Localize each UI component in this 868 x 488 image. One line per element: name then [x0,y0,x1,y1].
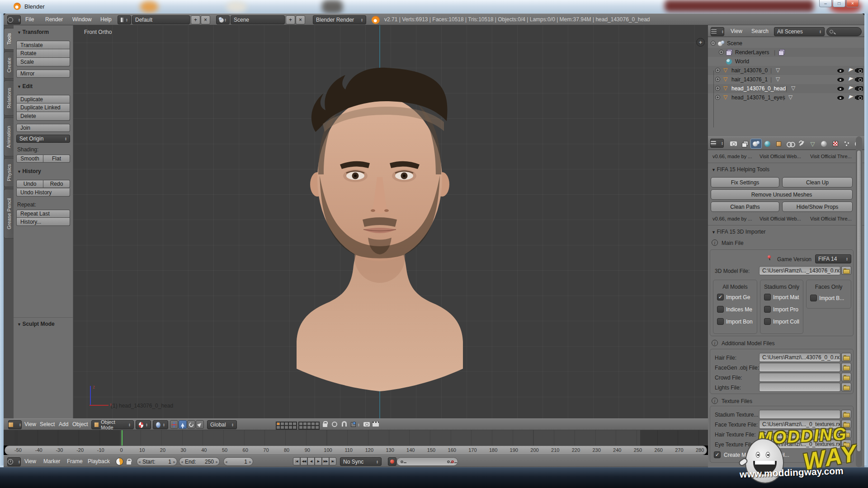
tab-data[interactable]: ▽ [807,139,818,149]
eye-texture-field[interactable]: C:\Users\Ramzi\..._0_textures.rx3 [759,440,840,449]
layer-cell[interactable] [288,422,292,426]
import-pro-checkbox[interactable] [764,306,771,313]
pivot-dropdown[interactable] [153,420,168,429]
stadium-texture-field[interactable] [759,410,840,419]
addon-version-link[interactable]: v0.66, made by ... [712,216,752,221]
tab-animation[interactable]: Animation [4,117,14,156]
translate-button[interactable]: Translate [16,41,70,49]
minimize-button[interactable]: – [819,0,832,7]
visibility-eye-icon[interactable] [837,96,844,100]
tl-menu-view[interactable]: View [24,458,36,465]
hide-show-props-button[interactable]: Hide/Show Props [782,202,853,212]
layer-cell[interactable] [307,426,311,429]
repeat-last-button[interactable]: Repeat Last [16,210,70,218]
insert-key-icon[interactable] [447,460,450,463]
import-mat-checkbox[interactable] [764,294,771,300]
layer-cell[interactable] [288,426,292,429]
selectability-cursor-icon[interactable]: ◤ [848,76,854,83]
tab-relations[interactable]: Relations [4,80,14,116]
visibility-eye-icon[interactable] [837,78,844,82]
import-b-checkbox[interactable] [810,295,817,301]
outliner-item-label[interactable]: hair_143076_0 [731,67,768,74]
viewport-3d[interactable]: Front Ortho + z x (1) head_143076_0_head [73,25,708,418]
duplicate-linked-button[interactable]: Duplicate Linked [16,103,70,112]
layer-cell[interactable] [299,426,303,429]
outliner-editor-selector[interactable] [711,27,724,36]
remove-unused-meshes-button[interactable]: Remove Unused Meshes [711,189,853,200]
visibility-eye-icon[interactable] [837,87,844,91]
browse-folder-button[interactable] [841,373,851,381]
outliner-item-label[interactable]: World [735,58,749,65]
panel-header-importer[interactable]: FIFA 15 3D Importer [712,229,765,235]
delete-key-icon[interactable] [451,460,454,463]
lights-file-field[interactable] [759,383,840,392]
scene-browse[interactable] [216,15,230,24]
browse-folder-button[interactable] [841,410,851,418]
outliner-item-label[interactable]: Scene [727,40,742,47]
facegen-file-field[interactable] [759,363,840,372]
game-version-dropdown[interactable]: FIFA 14 [815,254,851,263]
tab-render-layers[interactable] [739,139,750,149]
layer-cell[interactable] [276,426,280,429]
outliner-item-label[interactable]: hair_143076_1 [731,76,768,83]
hair-texture-field[interactable]: C:\Users\Ramzi\..._0_textures.rx3 [759,430,840,439]
clean-paths-button[interactable]: Clean Paths [711,202,779,212]
prev-keyframe-button[interactable]: ◀◀ [300,457,307,465]
browse-folder-button[interactable] [841,440,851,448]
layer-cell[interactable] [292,422,297,426]
delete-scene-button[interactable]: × [296,15,305,24]
properties-editor-selector[interactable] [710,139,724,148]
tab-constraints[interactable] [784,139,796,149]
outliner-row-scene[interactable]: Scene [708,39,864,48]
panel-header-edit[interactable]: Edit [17,83,33,89]
tab-object[interactable] [773,139,784,149]
layer-cell[interactable] [311,422,315,426]
outliner-row-head[interactable]: ▽ head_143076_0_head | ▽ ◤ [708,84,864,93]
chevron-updown-icon[interactable] [358,423,360,427]
face-texture-field[interactable]: C:\Users\Ramzi\..._0_textures.rx3 [759,420,840,429]
outliner-item-label[interactable]: RenderLayers [735,49,769,56]
expand-icon[interactable] [719,50,724,55]
play-reverse-button[interactable]: ◀ [307,457,315,465]
viewport-editor-selector[interactable] [8,420,22,429]
menu-render[interactable]: Render [45,16,63,23]
menu-help[interactable]: Help [100,16,112,23]
join-button[interactable]: Join [16,124,70,132]
official-web-link[interactable]: Visit Official Web... [760,154,801,159]
checkbox-label[interactable]: Import Bon [726,319,753,325]
jump-to-end-button[interactable]: ▶| [329,457,336,465]
proportional-edit-icon[interactable] [332,422,337,427]
rotate-manipulator-button[interactable] [187,420,195,429]
mode-dropdown[interactable]: Object Mode [91,420,134,429]
tab-modifiers[interactable] [796,139,807,149]
expand-icon[interactable] [715,77,720,82]
opengl-animation-icon[interactable] [373,422,379,427]
outliner-scope-dropdown[interactable]: All Scenes [774,27,825,36]
menu-window[interactable]: Window [72,16,92,23]
add-layout-button[interactable]: + [191,15,200,24]
layer-cell[interactable] [315,422,319,426]
lock-icon[interactable] [127,461,131,465]
rotate-button[interactable]: Rotate [16,49,70,58]
browse-folder-button[interactable] [841,363,851,371]
browse-folder-button[interactable] [841,353,851,361]
head-model[interactable] [73,25,708,418]
undo-button[interactable]: Undo [16,180,43,188]
timeline-editor-selector[interactable] [7,457,21,466]
selectability-cursor-icon[interactable]: ◤ [848,85,854,92]
official-thread-link[interactable]: Visit Official Thre... [810,154,852,159]
tab-grease-pencil[interactable]: Grease Pencil [4,189,14,239]
scale-button[interactable]: Scale [16,58,70,66]
scene-name[interactable]: Scene [231,15,285,24]
tab-material[interactable] [818,139,830,149]
tab-texture[interactable] [830,139,841,149]
browse-folder-button[interactable] [841,266,851,275]
outliner-row-world[interactable]: World [708,57,864,66]
outliner-item-label-selected[interactable]: head_143076_0_head [731,85,786,92]
create-material-label[interactable]: Create Mater...Texture Fil... [724,452,789,458]
play-button[interactable]: ▶ [315,457,322,465]
maximize-button[interactable]: □ [833,0,845,7]
layer-cell[interactable] [303,426,307,429]
checkbox-label[interactable]: Import Ge [726,294,750,300]
layer-cell[interactable] [307,422,311,426]
